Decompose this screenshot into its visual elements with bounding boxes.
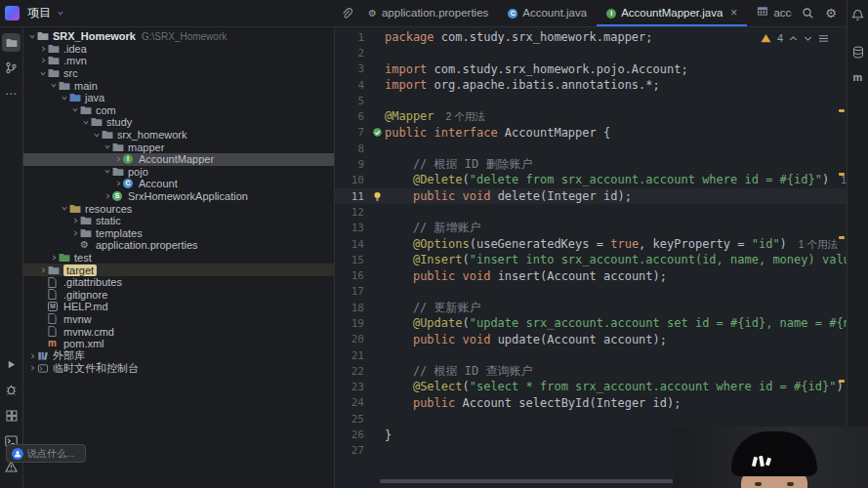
code-line[interactable]: 7public interface AccountMapper { [335, 125, 847, 141]
chat-input-overlay[interactable]: 说点什么... [6, 444, 86, 463]
tree-item-study[interactable]: study [23, 116, 334, 129]
tree-item-test[interactable]: test [23, 252, 334, 264]
tree-item-mapper[interactable]: mapper [23, 141, 334, 153]
code-line[interactable]: 2 [335, 45, 847, 61]
code-line[interactable]: 4import org.apache.ibatis.annotations.*; [335, 77, 847, 93]
more-tool-windows-icon[interactable]: ⋯ [2, 84, 21, 102]
chevron-right-icon[interactable] [27, 364, 37, 372]
run-icon[interactable] [2, 355, 21, 374]
project-tool-header[interactable]: 项目 [23, 0, 335, 26]
chevron-down-icon[interactable] [81, 119, 91, 126]
tree-item-com[interactable]: com [23, 104, 334, 117]
code-line[interactable]: 25 [335, 411, 847, 427]
tab-Account.java[interactable]: CAccount.java [498, 0, 597, 26]
chevron-right-icon[interactable] [27, 352, 37, 360]
tree-item-mvnw.cmd[interactable]: mvnw.cmd [23, 325, 334, 338]
code-line[interactable]: 16 public void insert(Account account); [335, 267, 847, 283]
tree-item-static[interactable]: static [23, 215, 334, 227]
code-line[interactable]: 17 [335, 284, 847, 300]
tree-item-.idea[interactable]: .idea [23, 43, 334, 56]
chevron-down-icon[interactable] [70, 106, 80, 113]
database-icon[interactable] [848, 43, 867, 61]
code-text: // 更新账户 [385, 300, 481, 315]
chevron-down-icon[interactable] [92, 132, 102, 139]
tree-item-.gitignore[interactable]: .gitignore [23, 288, 334, 301]
chevron-down-icon[interactable] [38, 70, 48, 77]
tree-item-AccountMapper[interactable]: IAccountMapper [23, 153, 334, 166]
chevron-down-icon[interactable] [27, 33, 37, 40]
settings-icon[interactable]: ⚙ [825, 7, 837, 20]
tree-item-resources[interactable]: resources [23, 202, 334, 215]
tree-item-.gitattributes[interactable]: .gitattributes [23, 276, 334, 289]
editor[interactable]: 1package com.study.srx_homework.mapper;2… [335, 27, 847, 488]
code-line[interactable]: 24 public Account selectById(Integer id)… [335, 395, 847, 411]
code-line[interactable]: 15 @Insert("insert into srx_account.acco… [335, 252, 847, 267]
line-number: 4 [335, 79, 370, 92]
services-icon[interactable] [2, 406, 21, 425]
commit-icon[interactable] [2, 59, 21, 77]
tree-item-.mvn[interactable]: .mvn [23, 55, 334, 67]
code-line[interactable]: 19 @Update("update srx_account.account s… [335, 315, 847, 331]
chevron-up-icon[interactable] [789, 35, 798, 42]
tree-item-mvnw[interactable]: mvnw [23, 313, 334, 326]
chevron-down-icon[interactable] [60, 205, 69, 212]
code-line[interactable]: 9 // 根据 ID 删除账户 [335, 156, 847, 172]
tree-item-pojo[interactable]: pojo [23, 166, 334, 179]
chevron-right-icon[interactable] [38, 266, 48, 274]
tab-application.properties[interactable]: ⚙application.properties [358, 0, 498, 26]
chevron-right-icon[interactable] [38, 57, 48, 64]
code-line[interactable]: 10 @Delete("delete from srx_account.acco… [335, 173, 847, 188]
code-line[interactable]: 12 [335, 204, 847, 220]
error-stripe[interactable] [837, 27, 847, 488]
code-line[interactable]: 14 @Options(useGeneratedKeys = true, key… [335, 236, 847, 252]
tree-item-templates[interactable]: templates [23, 227, 334, 240]
code-line[interactable]: 18 // 更新账户 [335, 300, 847, 315]
tree-item-srx_homework[interactable]: srx_homework [23, 129, 334, 142]
code-line[interactable]: 8 [335, 141, 847, 156]
chevron-down-icon[interactable] [804, 35, 812, 42]
tree-item-SrxHomeworkApplication[interactable]: SSrxHomeworkApplication [23, 190, 334, 203]
tree-item-java[interactable]: java [23, 92, 334, 104]
chevron-down-icon[interactable] [103, 168, 112, 175]
code-line[interactable]: 5 [335, 93, 847, 108]
project-icon[interactable] [2, 33, 21, 52]
tree-item-main[interactable]: main [23, 79, 334, 92]
code-line[interactable]: 22 // 根据 ID 查询账户 [335, 363, 847, 379]
close-tab-icon[interactable]: × [730, 7, 737, 19]
inspections-menu-icon[interactable] [818, 34, 829, 43]
code-line[interactable]: 11 public void delete(Integer id); [335, 188, 847, 204]
code-line[interactable]: 23 @Select("select * from srx_account.ac… [335, 380, 847, 395]
code-line[interactable]: 20 public void update(Account account); [335, 332, 847, 347]
chevron-down-icon[interactable] [60, 95, 69, 102]
paperclip-icon[interactable] [335, 0, 358, 26]
chevron-right-icon[interactable] [103, 192, 112, 200]
tree-item-target[interactable]: target [23, 264, 334, 276]
chevron-right-icon[interactable] [113, 180, 123, 187]
chevron-right-icon[interactable] [70, 229, 80, 237]
app-logo[interactable] [0, 0, 23, 26]
notifications-icon[interactable] [848, 6, 867, 24]
chevron-down-icon[interactable] [49, 82, 59, 89]
chevron-right-icon[interactable] [113, 155, 123, 163]
chevron-right-icon[interactable] [70, 217, 80, 224]
search-icon[interactable] [802, 7, 814, 20]
code-line[interactable]: 13 // 新增账户 [335, 221, 847, 236]
horizontal-scrollbar[interactable] [380, 479, 681, 483]
tree-item-HELP.md[interactable]: MHELP.md [23, 301, 334, 313]
code-line[interactable]: 6@Mapper2 个用法 [335, 108, 847, 124]
tree-item-Account[interactable]: CAccount [23, 178, 334, 190]
tab-account[interactable]: account [747, 0, 792, 26]
chevron-right-icon[interactable] [49, 254, 59, 262]
debug-icon[interactable] [2, 381, 21, 399]
chevron-down-icon[interactable] [103, 143, 112, 150]
chevron-right-icon[interactable] [38, 45, 48, 53]
code-line[interactable]: 21 [335, 347, 847, 363]
code-line[interactable]: 3import com.study.srx_homework.pojo.Acco… [335, 61, 847, 77]
tree-item-application.properties[interactable]: ⚙application.properties [23, 239, 334, 252]
maven-icon[interactable]: m [848, 68, 867, 87]
inspections-widget[interactable]: 4 [757, 31, 833, 45]
tree-item-SRX_Homework[interactable]: SRX_HomeworkG:\SRX_Homework [23, 30, 334, 43]
tree-item-src[interactable]: src [23, 67, 334, 80]
tab-AccountMapper.java[interactable]: IAccountMapper.java× [597, 0, 747, 26]
tree-item-临时文件和控制台[interactable]: 临时文件和控制台 [23, 362, 334, 375]
